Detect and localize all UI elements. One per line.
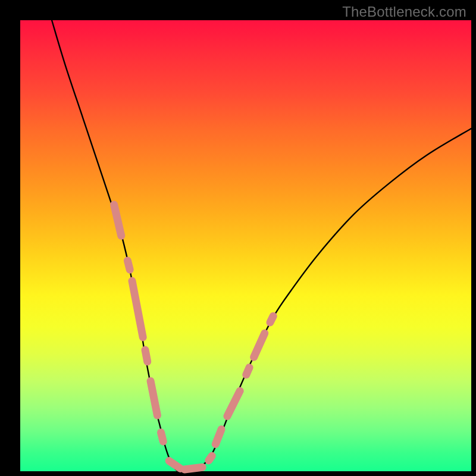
right-branch-dashes-segment xyxy=(246,368,249,375)
bottleneck-curve xyxy=(52,20,471,472)
left-branch-dashes-segment xyxy=(161,433,164,441)
trough-dashes-segment xyxy=(169,461,180,469)
chart-frame: TheBottleneck.com xyxy=(0,0,476,476)
watermark-text: TheBottleneck.com xyxy=(342,4,466,20)
right-branch-dashes-segment xyxy=(215,430,221,444)
trough-dashes-segment xyxy=(184,467,202,469)
plot-area xyxy=(20,20,471,471)
right-branch-dashes-segment xyxy=(270,316,273,322)
chart-svg xyxy=(20,20,471,471)
left-branch-dashes-segment xyxy=(145,350,148,362)
marker-layer xyxy=(114,205,274,469)
left-branch-dashes-segment xyxy=(151,381,157,415)
trough-dashes-segment xyxy=(209,456,212,461)
left-branch-dashes-segment xyxy=(132,281,143,337)
left-branch-dashes-segment xyxy=(127,261,130,270)
left-branch-dashes-segment xyxy=(114,205,121,236)
right-branch-dashes-segment xyxy=(254,333,265,357)
right-branch-dashes-segment xyxy=(227,391,240,416)
